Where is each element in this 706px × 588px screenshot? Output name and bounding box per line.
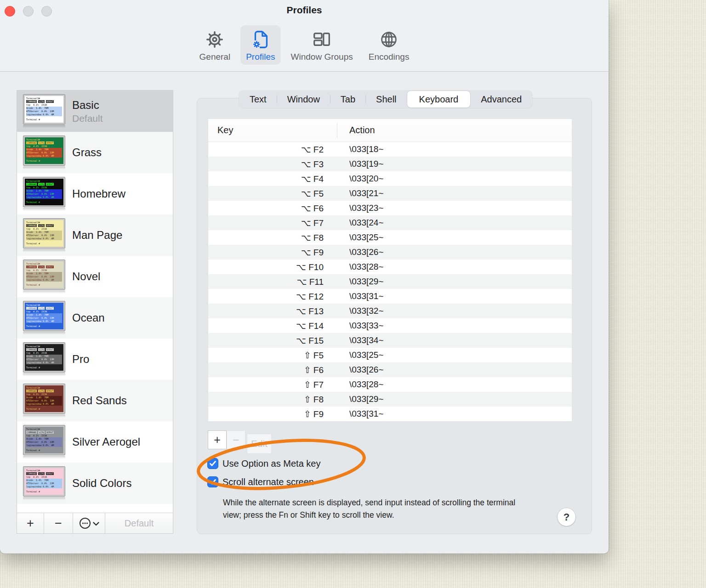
profile-row-silver-aerogel[interactable]: Terminal3#COMMAND %CPU RPRVTtop 4.1% 231… [17,421,173,463]
action-column-header[interactable]: Action [337,125,375,136]
profile-name: Ocean [72,311,105,324]
table-row[interactable]: ⇧ F6\033[26~ [208,362,572,377]
thumb-line: Xcode 1.4% 78M [26,189,62,192]
action-cell: \033[26~ [337,365,384,375]
terminal-thumbnail-frame: Terminal3#COMMAND %CPU RPRVTtop 4.1% 231… [23,218,65,249]
key-cell: ⌥ F10 [208,262,337,272]
checkbox-checked[interactable] [207,458,218,469]
table-row[interactable]: ⌥ F10\033[28~ [208,260,572,274]
table-row[interactable]: ⌥ F4\033[20~ [208,171,572,186]
thumb-line: Terminal # [26,201,62,204]
thumb-line: ATSServer 0.0% 13M [26,441,62,444]
tab-tab[interactable]: Tab [330,91,365,107]
profile-name: Solid Colors [72,477,131,490]
tab-window[interactable]: Window [277,91,330,107]
thumb-line: top 4.1% 231K [26,145,62,148]
thumb-line: Xcode 1.4% 78M [26,231,62,234]
table-row[interactable]: ⌥ F5\033[21~ [208,186,572,201]
terminal-thumbnail-screen: Terminal3#COMMAND %CPU RPRVTtop 4.1% 231… [25,137,63,164]
terminal-thumbnail-frame: Terminal3#COMMAND %CPU RPRVTtop 4.1% 231… [23,136,65,166]
key-column-header[interactable]: Key [208,123,337,138]
tab-advanced[interactable]: Advanced [471,91,532,107]
action-cell: \033[21~ [337,188,384,198]
thumb-line: Terminal # [26,366,62,369]
thumb-line: ATSServer 0.0% 13M [26,234,62,237]
table-row[interactable]: ⌥ F3\033[19~ [208,157,572,171]
key-cell: ⌥ F7 [208,218,337,228]
thumb-line: Xcode 1.4% 78M [26,148,62,151]
thumb-line: Terminal3# [26,262,62,266]
table-row[interactable]: ⌥ F12\033[31~ [208,289,572,304]
key-cell: ⌥ F13 [208,306,337,317]
thumb-chip: COMMAND [26,224,37,227]
profile-row-grass[interactable]: Terminal3#COMMAND %CPU RPRVTtop 4.1% 231… [17,132,173,173]
profile-row-man-page[interactable]: Terminal3#COMMAND %CPU RPRVTtop 4.1% 231… [17,215,173,256]
profile-row-red-sands[interactable]: Terminal3#COMMAND %CPU RPRVTtop 4.1% 231… [17,380,173,421]
profile-text: Silver Aerogel [72,435,140,448]
key-cell: ⌥ F6 [208,203,337,214]
toolbar-item-window-groups[interactable]: Window Groups [285,25,359,65]
thumb-chip: %CPU [38,183,45,186]
remove-profile-button[interactable]: − [44,513,73,533]
add-binding-button[interactable]: + [208,430,227,449]
toolbar-item-encodings[interactable]: Encodings [363,25,415,65]
table-row[interactable]: ⌥ F2\033[18~ [208,142,572,157]
table-row[interactable]: ⌥ F9\033[26~ [208,245,572,260]
table-row[interactable]: ⌥ F14\033[33~ [208,318,572,333]
edit-binding-button[interactable]: Edit [247,434,272,454]
thumb-line: top 4.1% 231K [26,269,62,272]
table-row[interactable]: ⇧ F7\033[28~ [208,377,572,392]
thumb-line: ATSServer 0.0% 13M [26,317,62,320]
table-body: ⌥ F2\033[18~⌥ F3\033[19~⌥ F4\033[20~⌥ F5… [208,142,572,421]
thumb-line: Xcode 1.4% 78M [26,355,62,358]
thumb-line: top 4.1% 231K [26,310,62,313]
profile-row-basic[interactable]: Terminal3#COMMAND %CPU RPRVTtop 4.1% 231… [17,90,173,132]
profile-row-ocean[interactable]: Terminal3#COMMAND %CPU RPRVTtop 4.1% 231… [17,297,173,339]
binding-edit-buttons: + − Edit [208,430,272,454]
toolbar-item-general[interactable]: General [194,25,236,65]
profile-row-novel[interactable]: Terminal3#COMMAND %CPU RPRVTtop 4.1% 231… [17,256,173,297]
default-button[interactable]: Default [105,513,173,533]
thumb-chip: RPRVT [46,183,54,186]
profile-thumbnail: Terminal3#COMMAND %CPU RPRVTtop 4.1% 231… [23,136,65,170]
toolbar-item-profiles[interactable]: Profiles [240,25,280,65]
checkbox-checked[interactable] [207,476,218,487]
terminal-thumbnail-frame: Terminal3#COMMAND %CPU RPRVTtop 4.1% 231… [23,177,65,207]
thumb-line: ATSServer 0.0% 13M [26,399,62,402]
table-row[interactable]: ⌥ F6\033[23~ [208,201,572,215]
action-cell: \033[33~ [337,321,384,331]
terminal-thumbnail-screen: Terminal3#COMMAND %CPU RPRVTtop 4.1% 231… [25,96,63,123]
profile-row-solid-colors[interactable]: Terminal3#COMMAND %CPU RPRVTtop 4.1% 231… [17,463,173,504]
table-row[interactable]: ⌥ F8\033[25~ [208,230,572,245]
table-row[interactable]: ⇧ F5\033[25~ [208,348,572,362]
key-cell: ⌥ F3 [208,159,337,170]
tab-keyboard[interactable]: Keyboard [407,91,471,107]
tab-text[interactable]: Text [239,91,277,107]
thumb-line: Terminal # [26,325,62,328]
profile-thumbnail: Terminal3#COMMAND %CPU RPRVTtop 4.1% 231… [23,218,65,252]
table-row[interactable]: ⇧ F8\033[29~ [208,392,572,407]
action-cell: \033[31~ [337,409,384,419]
action-cell: \033[19~ [337,159,384,169]
table-row[interactable]: ⌥ F15\033[34~ [208,333,572,348]
tab-shell[interactable]: Shell [366,91,406,107]
table-row[interactable]: ⌥ F11\033[29~ [208,274,572,289]
profile-actions-menu-button[interactable] [73,513,105,533]
toolbar-item-label: General [199,52,231,62]
add-profile-button[interactable]: + [17,513,44,533]
thumb-line: top 4.1% 231K [26,434,62,437]
table-row[interactable]: ⇧ F9\033[31~ [208,407,572,421]
table-row[interactable]: ⌥ F13\033[32~ [208,304,572,318]
profile-row-pro[interactable]: Terminal3#COMMAND %CPU RPRVTtop 4.1% 231… [17,339,173,380]
preferences-toolbar: GeneralProfilesWindow GroupsEncodings [0,25,609,65]
table-row[interactable]: ⌥ F7\033[24~ [208,215,572,230]
profile-text: Red Sands [72,394,127,407]
help-button[interactable]: ? [558,508,575,526]
thumb-line: ATSServer 0.0% 13M [26,151,62,154]
key-cell: ⌥ F9 [208,247,337,258]
profile-row-homebrew[interactable]: Terminal3#COMMAND %CPU RPRVTtop 4.1% 231… [17,173,173,215]
thumb-chip: COMMAND [26,141,37,144]
thumb-line: COMMAND %CPU RPRVT [26,348,62,351]
remove-binding-button[interactable]: − [227,430,245,449]
profile-text: Novel [72,270,100,283]
